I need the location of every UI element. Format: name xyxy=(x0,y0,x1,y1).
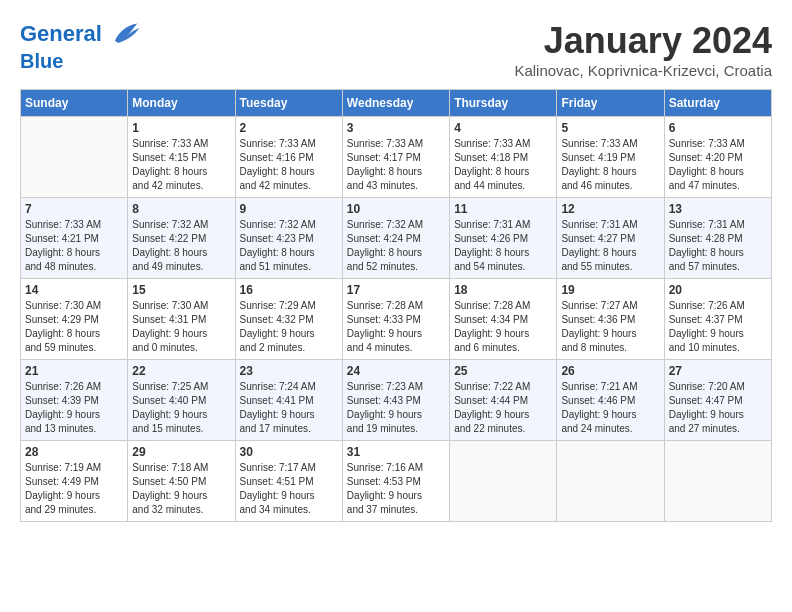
day-number: 30 xyxy=(240,445,338,459)
day-cell: 9Sunrise: 7:32 AMSunset: 4:23 PMDaylight… xyxy=(235,198,342,279)
col-header-monday: Monday xyxy=(128,90,235,117)
day-number: 24 xyxy=(347,364,445,378)
day-cell: 12Sunrise: 7:31 AMSunset: 4:27 PMDayligh… xyxy=(557,198,664,279)
day-info: Sunrise: 7:33 AMSunset: 4:19 PMDaylight:… xyxy=(561,137,659,193)
logo-blue: Blue xyxy=(20,50,141,72)
day-info: Sunrise: 7:30 AMSunset: 4:29 PMDaylight:… xyxy=(25,299,123,355)
day-info: Sunrise: 7:28 AMSunset: 4:33 PMDaylight:… xyxy=(347,299,445,355)
logo: General Blue xyxy=(20,20,141,72)
day-number: 10 xyxy=(347,202,445,216)
day-cell: 5Sunrise: 7:33 AMSunset: 4:19 PMDaylight… xyxy=(557,117,664,198)
day-info: Sunrise: 7:28 AMSunset: 4:34 PMDaylight:… xyxy=(454,299,552,355)
month-title: January 2024 xyxy=(514,20,772,62)
day-info: Sunrise: 7:33 AMSunset: 4:15 PMDaylight:… xyxy=(132,137,230,193)
day-number: 13 xyxy=(669,202,767,216)
day-number: 29 xyxy=(132,445,230,459)
day-number: 20 xyxy=(669,283,767,297)
day-info: Sunrise: 7:31 AMSunset: 4:26 PMDaylight:… xyxy=(454,218,552,274)
day-info: Sunrise: 7:33 AMSunset: 4:17 PMDaylight:… xyxy=(347,137,445,193)
day-info: Sunrise: 7:31 AMSunset: 4:28 PMDaylight:… xyxy=(669,218,767,274)
day-cell: 7Sunrise: 7:33 AMSunset: 4:21 PMDaylight… xyxy=(21,198,128,279)
day-info: Sunrise: 7:22 AMSunset: 4:44 PMDaylight:… xyxy=(454,380,552,436)
day-info: Sunrise: 7:32 AMSunset: 4:23 PMDaylight:… xyxy=(240,218,338,274)
day-cell: 20Sunrise: 7:26 AMSunset: 4:37 PMDayligh… xyxy=(664,279,771,360)
day-number: 22 xyxy=(132,364,230,378)
day-info: Sunrise: 7:33 AMSunset: 4:16 PMDaylight:… xyxy=(240,137,338,193)
day-cell: 3Sunrise: 7:33 AMSunset: 4:17 PMDaylight… xyxy=(342,117,449,198)
day-number: 2 xyxy=(240,121,338,135)
day-cell: 6Sunrise: 7:33 AMSunset: 4:20 PMDaylight… xyxy=(664,117,771,198)
col-header-wednesday: Wednesday xyxy=(342,90,449,117)
day-info: Sunrise: 7:19 AMSunset: 4:49 PMDaylight:… xyxy=(25,461,123,517)
col-header-tuesday: Tuesday xyxy=(235,90,342,117)
day-cell xyxy=(664,441,771,522)
day-info: Sunrise: 7:33 AMSunset: 4:20 PMDaylight:… xyxy=(669,137,767,193)
day-info: Sunrise: 7:21 AMSunset: 4:46 PMDaylight:… xyxy=(561,380,659,436)
day-number: 27 xyxy=(669,364,767,378)
day-number: 11 xyxy=(454,202,552,216)
location: Kalinovac, Koprivnica-Krizevci, Croatia xyxy=(514,62,772,79)
day-cell: 30Sunrise: 7:17 AMSunset: 4:51 PMDayligh… xyxy=(235,441,342,522)
day-cell: 22Sunrise: 7:25 AMSunset: 4:40 PMDayligh… xyxy=(128,360,235,441)
day-cell: 13Sunrise: 7:31 AMSunset: 4:28 PMDayligh… xyxy=(664,198,771,279)
day-info: Sunrise: 7:32 AMSunset: 4:24 PMDaylight:… xyxy=(347,218,445,274)
day-number: 9 xyxy=(240,202,338,216)
day-cell: 21Sunrise: 7:26 AMSunset: 4:39 PMDayligh… xyxy=(21,360,128,441)
day-cell: 16Sunrise: 7:29 AMSunset: 4:32 PMDayligh… xyxy=(235,279,342,360)
day-info: Sunrise: 7:26 AMSunset: 4:37 PMDaylight:… xyxy=(669,299,767,355)
day-info: Sunrise: 7:33 AMSunset: 4:18 PMDaylight:… xyxy=(454,137,552,193)
day-info: Sunrise: 7:25 AMSunset: 4:40 PMDaylight:… xyxy=(132,380,230,436)
day-number: 28 xyxy=(25,445,123,459)
day-info: Sunrise: 7:16 AMSunset: 4:53 PMDaylight:… xyxy=(347,461,445,517)
day-number: 21 xyxy=(25,364,123,378)
week-row-1: 1Sunrise: 7:33 AMSunset: 4:15 PMDaylight… xyxy=(21,117,772,198)
day-cell: 4Sunrise: 7:33 AMSunset: 4:18 PMDaylight… xyxy=(450,117,557,198)
calendar-table: SundayMondayTuesdayWednesdayThursdayFrid… xyxy=(20,89,772,522)
day-cell: 15Sunrise: 7:30 AMSunset: 4:31 PMDayligh… xyxy=(128,279,235,360)
day-info: Sunrise: 7:23 AMSunset: 4:43 PMDaylight:… xyxy=(347,380,445,436)
day-info: Sunrise: 7:20 AMSunset: 4:47 PMDaylight:… xyxy=(669,380,767,436)
col-header-friday: Friday xyxy=(557,90,664,117)
day-number: 5 xyxy=(561,121,659,135)
week-row-2: 7Sunrise: 7:33 AMSunset: 4:21 PMDaylight… xyxy=(21,198,772,279)
day-cell: 2Sunrise: 7:33 AMSunset: 4:16 PMDaylight… xyxy=(235,117,342,198)
day-cell: 10Sunrise: 7:32 AMSunset: 4:24 PMDayligh… xyxy=(342,198,449,279)
day-info: Sunrise: 7:32 AMSunset: 4:22 PMDaylight:… xyxy=(132,218,230,274)
day-number: 4 xyxy=(454,121,552,135)
day-number: 17 xyxy=(347,283,445,297)
day-cell: 23Sunrise: 7:24 AMSunset: 4:41 PMDayligh… xyxy=(235,360,342,441)
day-cell: 17Sunrise: 7:28 AMSunset: 4:33 PMDayligh… xyxy=(342,279,449,360)
day-cell: 19Sunrise: 7:27 AMSunset: 4:36 PMDayligh… xyxy=(557,279,664,360)
logo-text: General xyxy=(20,20,141,50)
day-cell xyxy=(21,117,128,198)
day-cell: 1Sunrise: 7:33 AMSunset: 4:15 PMDaylight… xyxy=(128,117,235,198)
day-info: Sunrise: 7:18 AMSunset: 4:50 PMDaylight:… xyxy=(132,461,230,517)
day-cell: 25Sunrise: 7:22 AMSunset: 4:44 PMDayligh… xyxy=(450,360,557,441)
day-info: Sunrise: 7:24 AMSunset: 4:41 PMDaylight:… xyxy=(240,380,338,436)
week-row-4: 21Sunrise: 7:26 AMSunset: 4:39 PMDayligh… xyxy=(21,360,772,441)
day-number: 3 xyxy=(347,121,445,135)
day-number: 26 xyxy=(561,364,659,378)
day-cell: 26Sunrise: 7:21 AMSunset: 4:46 PMDayligh… xyxy=(557,360,664,441)
day-number: 19 xyxy=(561,283,659,297)
day-info: Sunrise: 7:33 AMSunset: 4:21 PMDaylight:… xyxy=(25,218,123,274)
day-number: 8 xyxy=(132,202,230,216)
day-info: Sunrise: 7:17 AMSunset: 4:51 PMDaylight:… xyxy=(240,461,338,517)
day-number: 1 xyxy=(132,121,230,135)
header-row: SundayMondayTuesdayWednesdayThursdayFrid… xyxy=(21,90,772,117)
day-cell xyxy=(450,441,557,522)
day-info: Sunrise: 7:29 AMSunset: 4:32 PMDaylight:… xyxy=(240,299,338,355)
day-cell: 11Sunrise: 7:31 AMSunset: 4:26 PMDayligh… xyxy=(450,198,557,279)
day-cell: 8Sunrise: 7:32 AMSunset: 4:22 PMDaylight… xyxy=(128,198,235,279)
week-row-3: 14Sunrise: 7:30 AMSunset: 4:29 PMDayligh… xyxy=(21,279,772,360)
day-number: 7 xyxy=(25,202,123,216)
day-number: 6 xyxy=(669,121,767,135)
day-number: 25 xyxy=(454,364,552,378)
day-cell: 18Sunrise: 7:28 AMSunset: 4:34 PMDayligh… xyxy=(450,279,557,360)
week-row-5: 28Sunrise: 7:19 AMSunset: 4:49 PMDayligh… xyxy=(21,441,772,522)
day-number: 14 xyxy=(25,283,123,297)
day-number: 18 xyxy=(454,283,552,297)
day-info: Sunrise: 7:30 AMSunset: 4:31 PMDaylight:… xyxy=(132,299,230,355)
day-cell xyxy=(557,441,664,522)
day-cell: 28Sunrise: 7:19 AMSunset: 4:49 PMDayligh… xyxy=(21,441,128,522)
